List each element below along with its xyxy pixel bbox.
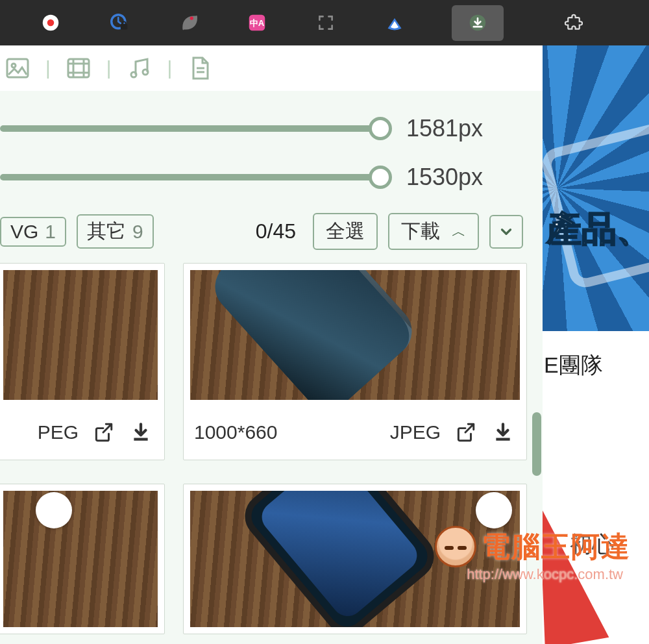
downloader-panel: | | | 1581px 1530px VG 1 其它 9 <box>0 45 543 644</box>
translate-icon[interactable]: 中A <box>245 11 269 34</box>
scrollbar-thumb[interactable] <box>532 412 541 476</box>
chevron-up-icon: ︿ <box>452 222 466 242</box>
share-icon[interactable] <box>452 419 478 445</box>
grid-card[interactable] <box>183 484 527 634</box>
filter-other-label: 其它 <box>87 218 126 245</box>
record-icon[interactable] <box>39 11 62 34</box>
svg-rect-11 <box>68 59 89 77</box>
svg-point-12 <box>131 72 136 77</box>
select-circle[interactable] <box>476 492 512 528</box>
filter-svg-count: 1 <box>45 221 56 243</box>
download-icon[interactable] <box>490 419 516 445</box>
download-ext-icon[interactable] <box>452 5 504 41</box>
selection-counter: 0/45 <box>256 219 296 243</box>
size-sliders: 1581px 1530px <box>0 91 543 208</box>
width-slider-thumb[interactable] <box>369 117 392 140</box>
thumbnail[interactable] <box>3 491 158 627</box>
svg-point-10 <box>12 64 16 68</box>
width-value: 1581px <box>406 115 523 142</box>
grid-card[interactable]: PEG <box>0 263 165 460</box>
height-slider[interactable] <box>0 174 380 180</box>
card-format: PEG <box>38 421 79 443</box>
leaf-icon[interactable] <box>177 11 200 34</box>
filter-other-chip[interactable]: 其它 9 <box>77 214 154 249</box>
svg-rect-15 <box>496 438 509 441</box>
tab-image-icon[interactable] <box>3 53 32 83</box>
banner-text: 產品、A <box>546 206 649 253</box>
image-grid: PEG 1000*660 JPEG <box>0 263 543 644</box>
background-page: 產品、A E團隊 初心 <box>539 45 649 644</box>
grid-card[interactable] <box>0 484 165 634</box>
width-slider[interactable] <box>0 125 380 132</box>
browser-toolbar: 中A <box>0 0 649 45</box>
height-slider-thumb[interactable] <box>369 166 392 189</box>
grid-card[interactable]: 1000*660 JPEG <box>183 263 527 460</box>
tab-video-icon[interactable] <box>64 53 93 83</box>
svg-rect-14 <box>134 438 147 441</box>
fullscreen-icon[interactable] <box>314 11 337 34</box>
vpn-icon[interactable] <box>383 11 406 34</box>
select-all-button[interactable]: 全選 <box>313 213 378 250</box>
select-circle[interactable] <box>36 492 72 528</box>
filter-svg-chip[interactable]: VG 1 <box>0 217 66 247</box>
download-button[interactable]: 下載 ︿ <box>388 213 479 250</box>
tab-music-icon[interactable] <box>125 53 154 83</box>
height-value: 1530px <box>406 164 523 191</box>
filter-svg-label: VG <box>10 221 38 243</box>
bg-team-text: E團隊 <box>540 351 649 380</box>
thumbnail[interactable] <box>190 491 520 627</box>
tab-document-icon[interactable] <box>185 53 215 83</box>
thumbnail[interactable] <box>3 270 158 400</box>
action-bar: VG 1 其它 9 0/45 全選 下載 ︿ <box>0 208 543 263</box>
watermark-url: http://www.kocpc.com.tw <box>467 566 623 583</box>
svg-point-13 <box>143 69 148 75</box>
svg-text:中A: 中A <box>250 18 265 28</box>
bg-banner: 產品、A <box>540 45 649 331</box>
media-type-tabs: | | | <box>0 45 543 91</box>
svg-point-1 <box>47 19 55 27</box>
download-icon[interactable] <box>128 419 154 445</box>
more-options-button[interactable] <box>489 215 523 249</box>
thumbnail[interactable] <box>190 270 520 400</box>
extensions-icon[interactable] <box>562 11 585 34</box>
share-icon[interactable] <box>90 419 116 445</box>
filter-other-count: 9 <box>132 221 143 243</box>
card-format: JPEG <box>390 421 441 443</box>
card-dimensions: 1000*660 <box>194 421 378 443</box>
svg-point-5 <box>190 16 193 19</box>
svg-rect-9 <box>7 59 28 77</box>
clock-lock-icon[interactable] <box>108 11 131 34</box>
